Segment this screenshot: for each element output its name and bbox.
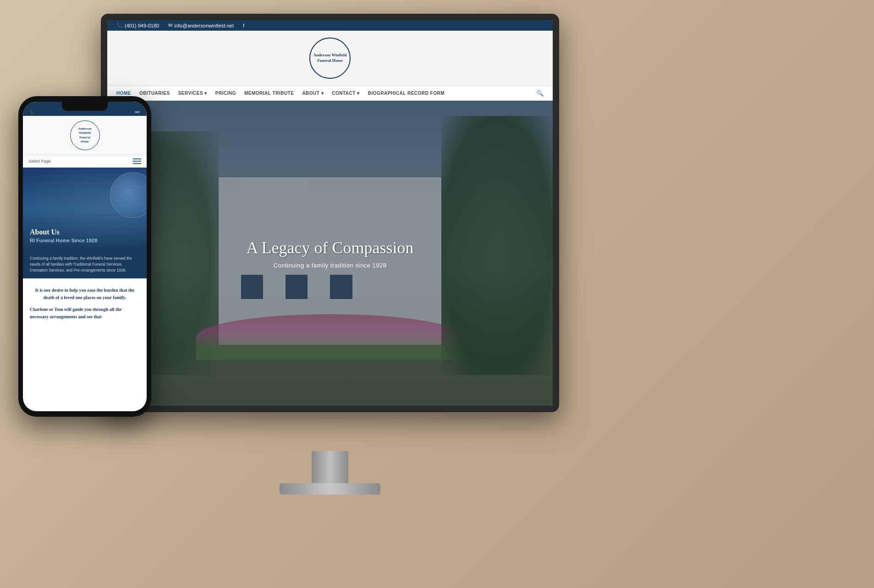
nav-pricing[interactable]: PRICING: [215, 91, 236, 96]
phone-screen: 📞 net AndersonWinfieldFuneralHome Select…: [23, 102, 147, 411]
phone-logo: AndersonWinfieldFuneralHome: [70, 120, 100, 150]
hero-text: A Legacy of Compassion Continuing a fami…: [247, 238, 414, 269]
phone-hero: About Us RI Funeral Home Since 1928: [23, 168, 147, 250]
phone-icon: 📞: [116, 22, 123, 28]
email-icon: ✉: [168, 22, 172, 28]
phone-nav-bar: Select Page: [23, 155, 147, 168]
scene: 📞 (401) 949-0180 ✉ info@andersonwinfield…: [0, 0, 874, 588]
stand-neck: [312, 451, 348, 483]
phone-notch: [62, 102, 108, 111]
nav-services[interactable]: SERVICES ▾: [178, 91, 207, 96]
facebook-link[interactable]: f: [243, 23, 244, 28]
nav-contact[interactable]: CONTACT ▾: [332, 91, 359, 96]
phone-header: AndersonWinfieldFuneralHome: [23, 116, 147, 155]
phone-info: 📞 (401) 949-0180: [116, 22, 159, 28]
phone-about-text: Continuing a family tradition, the Winfi…: [30, 256, 140, 273]
search-icon[interactable]: 🔍: [536, 90, 544, 97]
desktop-nav: HOME OBITUARIES SERVICES ▾ PRICING MEMOR…: [107, 86, 553, 101]
hamburger-menu[interactable]: [133, 158, 141, 164]
stand-base: [280, 483, 380, 495]
phone-status-right: net: [135, 110, 140, 114]
monitor-stand: [280, 451, 380, 495]
desktop-topbar: 📞 (401) 949-0180 ✉ info@andersonwinfield…: [107, 20, 553, 31]
mobile-phone: 📞 net AndersonWinfieldFuneralHome Select…: [18, 96, 151, 417]
phone-hero-title: About Us: [30, 228, 140, 236]
hero-subtitle: Continuing a family tradition since 1928: [247, 262, 414, 269]
desktop-header: Anderson Winfield Funeral Home: [107, 31, 553, 86]
desktop-logo: Anderson Winfield Funeral Home: [309, 38, 351, 79]
monitor-screen: 📞 (401) 949-0180 ✉ info@andersonwinfield…: [107, 20, 553, 406]
phone-hero-subtitle: RI Funeral Home Since 1928: [30, 238, 140, 243]
hamburger-line-1: [133, 158, 141, 159]
phone-about: Continuing a family tradition, the Winfi…: [23, 250, 147, 278]
phone-status-left: 📞: [30, 110, 34, 114]
email-address: info@andersonwinfield.net: [174, 23, 234, 28]
nav-obituaries[interactable]: OBITUARIES: [139, 91, 170, 96]
hero-title: A Legacy of Compassion: [247, 238, 414, 257]
nav-about[interactable]: ABOUT ▾: [302, 91, 324, 96]
nav-biographical[interactable]: BIOGRAPHICAL RECORD FORM: [368, 91, 445, 96]
phone-frame: 📞 net AndersonWinfieldFuneralHome Select…: [18, 96, 151, 417]
nav-home[interactable]: HOME: [116, 91, 131, 96]
hamburger-line-2: [133, 161, 141, 162]
nav-memorial[interactable]: MEMORIAL TRIBUTE: [244, 91, 294, 96]
phone-quote-text: It is our desire to help you ease the bu…: [30, 287, 140, 301]
email-info: ✉ info@andersonwinfield.net: [168, 22, 234, 28]
monitor-frame: 📞 (401) 949-0180 ✉ info@andersonwinfield…: [101, 14, 559, 412]
hamburger-line-3: [133, 163, 141, 164]
phone-quote-detail: Charlene or Tom will guide you through a…: [30, 306, 140, 321]
phone-number: (401) 949-0180: [125, 23, 159, 28]
phone-quote: It is our desire to help you ease the bu…: [23, 278, 147, 333]
desktop-monitor: 📞 (401) 949-0180 ✉ info@andersonwinfield…: [101, 14, 559, 517]
select-page-label[interactable]: Select Page: [28, 159, 51, 163]
desktop-hero: A Legacy of Compassion Continuing a fami…: [107, 101, 553, 406]
facebook-icon: f: [243, 23, 244, 28]
